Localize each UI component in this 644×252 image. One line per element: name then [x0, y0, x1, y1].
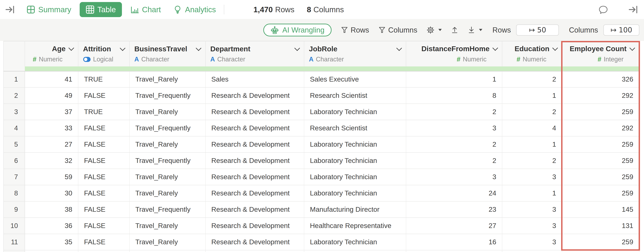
- cell[interactable]: 292: [562, 120, 639, 136]
- row-number[interactable]: 2: [4, 88, 25, 104]
- cell[interactable]: TRUE: [78, 71, 130, 88]
- column-menu-chevron-icon[interactable]: [552, 45, 558, 51]
- cell[interactable]: Laboratory Technician: [304, 136, 406, 152]
- cell[interactable]: Travel_Rarely: [130, 185, 206, 201]
- cell[interactable]: 292: [562, 88, 639, 104]
- cell[interactable]: Travel_Frequently: [130, 201, 206, 218]
- cell[interactable]: 145: [562, 201, 639, 218]
- cell[interactable]: Laboratory Technician: [304, 152, 406, 169]
- cell[interactable]: Research & Development: [206, 218, 304, 234]
- cell[interactable]: 2: [502, 104, 562, 120]
- download-menu-button[interactable]: [468, 26, 482, 34]
- column-menu-chevron-icon[interactable]: [120, 45, 126, 51]
- cell[interactable]: FALSE: [78, 120, 130, 136]
- column-menu-chevron-icon[interactable]: [630, 45, 635, 51]
- cell[interactable]: [206, 250, 304, 252]
- cell[interactable]: [502, 250, 562, 252]
- cell[interactable]: [78, 250, 130, 252]
- cell[interactable]: 23: [406, 201, 502, 218]
- columns-per-page-input[interactable]: ↦ 100: [604, 24, 639, 36]
- cell[interactable]: Travel_Rarely: [130, 234, 206, 250]
- cell[interactable]: Travel_Rarely: [130, 104, 206, 120]
- cell[interactable]: [25, 250, 78, 252]
- column-header[interactable]: JobRoleACharacter: [304, 41, 406, 66]
- cell[interactable]: Research & Development: [206, 136, 304, 152]
- cell[interactable]: Manufacturing Director: [304, 201, 406, 218]
- row-number[interactable]: 10: [4, 218, 25, 234]
- cell[interactable]: Research & Development: [206, 169, 304, 185]
- cell[interactable]: 1: [502, 136, 562, 152]
- cell[interactable]: 3: [502, 201, 562, 218]
- cell[interactable]: 16: [406, 234, 502, 250]
- column-menu-chevron-icon[interactable]: [68, 45, 74, 51]
- cell[interactable]: Travel_Frequently: [130, 88, 206, 104]
- row-number[interactable]: [4, 250, 25, 252]
- cell[interactable]: 38: [25, 201, 78, 218]
- cell[interactable]: 8: [406, 88, 502, 104]
- cell[interactable]: 36: [25, 218, 78, 234]
- cell[interactable]: FALSE: [78, 218, 130, 234]
- cell[interactable]: 259: [562, 185, 639, 201]
- cell[interactable]: 2: [406, 152, 502, 169]
- collapse-panel-left-icon[interactable]: [5, 4, 15, 14]
- row-number[interactable]: 5: [4, 136, 25, 152]
- cell[interactable]: 2: [502, 152, 562, 169]
- row-number[interactable]: 9: [4, 201, 25, 218]
- cell[interactable]: 27: [25, 136, 78, 152]
- settings-menu-button[interactable]: [426, 26, 442, 34]
- cell[interactable]: 1: [502, 88, 562, 104]
- column-header[interactable]: Age#Numeric: [25, 41, 78, 66]
- row-number[interactable]: 4: [4, 120, 25, 136]
- rows-per-page-input[interactable]: ↦ 50: [516, 24, 559, 36]
- column-menu-chevron-icon[interactable]: [396, 45, 402, 51]
- filter-rows-button[interactable]: Rows: [340, 26, 369, 34]
- cell[interactable]: [304, 250, 406, 252]
- cell[interactable]: 3: [406, 120, 502, 136]
- cell[interactable]: Travel_Frequently: [130, 152, 206, 169]
- cell[interactable]: 30: [25, 185, 78, 201]
- cell[interactable]: 259: [562, 104, 639, 120]
- tab-analytics[interactable]: Analytics: [169, 3, 220, 16]
- cell[interactable]: 35: [25, 234, 78, 250]
- cell[interactable]: Research & Development: [206, 120, 304, 136]
- cell[interactable]: Healthcare Representative: [304, 218, 406, 234]
- cell[interactable]: Research Scientist: [304, 120, 406, 136]
- cell[interactable]: FALSE: [78, 234, 130, 250]
- cell[interactable]: FALSE: [78, 136, 130, 152]
- column-header[interactable]: DistanceFromHome#Numeric: [406, 41, 502, 66]
- cell[interactable]: 3: [502, 169, 562, 185]
- row-number[interactable]: 7: [4, 169, 25, 185]
- cell[interactable]: 59: [25, 169, 78, 185]
- cell[interactable]: 1: [502, 185, 562, 201]
- column-header[interactable]: AttritionLogical: [78, 41, 130, 66]
- column-menu-chevron-icon[interactable]: [294, 45, 300, 51]
- cell[interactable]: Research & Development: [206, 152, 304, 169]
- cell[interactable]: 2: [406, 136, 502, 152]
- cell[interactable]: 3: [406, 169, 502, 185]
- cell[interactable]: Research Scientist: [304, 88, 406, 104]
- cell[interactable]: [130, 250, 206, 252]
- cell[interactable]: Sales Executive: [304, 71, 406, 88]
- cell[interactable]: 1: [406, 71, 502, 88]
- cell[interactable]: Sales: [206, 71, 304, 88]
- comments-icon[interactable]: [598, 5, 608, 14]
- cell[interactable]: 259: [562, 234, 639, 250]
- column-header[interactable]: DepartmentACharacter: [206, 41, 304, 66]
- cell[interactable]: FALSE: [78, 185, 130, 201]
- cell[interactable]: 259: [562, 136, 639, 152]
- cell[interactable]: 259: [562, 152, 639, 169]
- cell[interactable]: [406, 250, 502, 252]
- cell[interactable]: Research & Development: [206, 201, 304, 218]
- cell[interactable]: 131: [562, 218, 639, 234]
- cell[interactable]: 37: [25, 104, 78, 120]
- cell[interactable]: Travel_Rarely: [130, 169, 206, 185]
- column-header[interactable]: BusinessTravelACharacter: [130, 41, 206, 66]
- cell[interactable]: Travel_Rarely: [130, 218, 206, 234]
- cell[interactable]: 33: [25, 120, 78, 136]
- column-menu-chevron-icon[interactable]: [492, 45, 498, 51]
- cell[interactable]: 326: [562, 71, 639, 88]
- cell[interactable]: FALSE: [78, 201, 130, 218]
- upload-button[interactable]: [451, 26, 458, 34]
- cell[interactable]: FALSE: [78, 152, 130, 169]
- cell[interactable]: TRUE: [78, 104, 130, 120]
